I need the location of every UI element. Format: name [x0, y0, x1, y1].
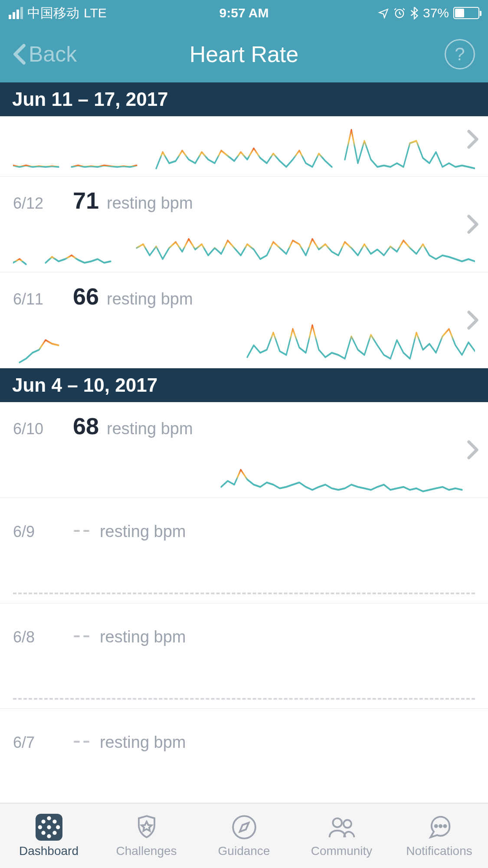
section-header: Jun 11 – 17, 2017 [0, 82, 488, 116]
svg-point-3 [47, 834, 51, 838]
svg-point-4 [38, 825, 42, 829]
svg-point-11 [333, 818, 342, 827]
clock: 9:57 AM [219, 6, 269, 20]
tab-label: Community [311, 844, 373, 858]
row-date: 6/10 [13, 420, 65, 438]
tab-bar: Dashboard Challenges Guidance Community … [0, 803, 488, 868]
speech-icon [426, 814, 453, 841]
no-data-placeholder [13, 542, 475, 594]
page-title: Heart Rate [190, 41, 298, 67]
day-row[interactable]: 6/7 -- resting bpm [0, 709, 488, 814]
svg-point-9 [52, 831, 56, 835]
row-date: 6/11 [13, 290, 65, 308]
tab-label: Guidance [218, 844, 270, 858]
resting-bpm-value: -- [73, 621, 92, 648]
alarm-icon [393, 7, 406, 19]
nav-bar: Back Heart Rate ? [0, 26, 488, 82]
battery-percent: 37% [423, 6, 449, 20]
resting-bpm-unit: resting bpm [107, 194, 193, 213]
svg-point-6 [41, 819, 45, 823]
tab-notifications[interactable]: Notifications [390, 803, 488, 868]
day-row[interactable]: 6/10 68 resting bpm [0, 402, 488, 498]
resting-bpm-value: -- [73, 515, 92, 542]
dashboard-icon [36, 814, 62, 841]
battery-icon [453, 7, 479, 19]
chevron-right-icon [466, 310, 479, 330]
compass-icon [231, 814, 258, 841]
resting-bpm-value: 66 [73, 283, 99, 310]
tab-challenges[interactable]: Challenges [98, 803, 195, 868]
chevron-right-icon [466, 440, 479, 460]
row-date: 6/12 [13, 194, 65, 213]
svg-point-12 [343, 820, 351, 828]
resting-bpm-value: 68 [73, 413, 99, 439]
network-label: LTE [84, 6, 107, 20]
status-bar: 中国移动 LTE 9:57 AM 37% [0, 0, 488, 26]
help-button[interactable]: ? [445, 39, 475, 69]
section-header: Jun 4 – 10, 2017 [0, 368, 488, 402]
chevron-left-icon [13, 43, 26, 65]
tab-label: Dashboard [19, 844, 79, 858]
svg-point-1 [47, 816, 51, 820]
tab-dashboard[interactable]: Dashboard [0, 803, 98, 868]
signal-icon [9, 7, 23, 19]
svg-point-15 [444, 825, 446, 827]
location-icon [378, 7, 389, 19]
resting-bpm-value: 71 [73, 187, 99, 214]
no-data-placeholder [13, 648, 475, 700]
tab-guidance[interactable]: Guidance [195, 803, 293, 868]
svg-point-7 [52, 819, 56, 823]
bluetooth-icon [410, 7, 419, 20]
chevron-right-icon [466, 129, 479, 149]
back-button[interactable]: Back [13, 42, 77, 67]
day-row[interactable]: 6/11 66 resting bpm [0, 272, 488, 368]
svg-point-8 [41, 831, 45, 835]
back-label: Back [29, 42, 77, 67]
resting-bpm-unit: resting bpm [100, 733, 186, 752]
resting-bpm-value: -- [73, 726, 92, 753]
svg-point-10 [233, 816, 255, 839]
carrier-label: 中国移动 [27, 4, 79, 22]
resting-bpm-unit: resting bpm [107, 419, 193, 438]
day-row[interactable]: 6/12 71 resting bpm [0, 177, 488, 272]
day-row[interactable]: 6/8 -- resting bpm [0, 603, 488, 709]
row-date: 6/9 [13, 523, 65, 541]
svg-point-14 [439, 825, 442, 827]
day-row[interactable]: 6/9 -- resting bpm [0, 498, 488, 603]
tab-community[interactable]: Community [293, 803, 390, 868]
chevron-right-icon [466, 214, 479, 234]
row-date: 6/8 [13, 628, 65, 646]
help-icon: ? [455, 44, 465, 65]
row-date: 6/7 [13, 734, 65, 752]
svg-point-2 [47, 825, 51, 829]
tab-label: Challenges [116, 844, 177, 858]
resting-bpm-unit: resting bpm [100, 522, 186, 541]
tab-label: Notifications [406, 844, 472, 858]
svg-point-13 [435, 825, 437, 827]
no-data-placeholder [13, 753, 475, 805]
resting-bpm-unit: resting bpm [100, 628, 186, 646]
svg-point-5 [56, 825, 60, 829]
resting-bpm-unit: resting bpm [107, 290, 193, 308]
star-badge-icon [133, 814, 160, 841]
people-icon [328, 814, 355, 841]
day-row[interactable] [0, 116, 488, 177]
